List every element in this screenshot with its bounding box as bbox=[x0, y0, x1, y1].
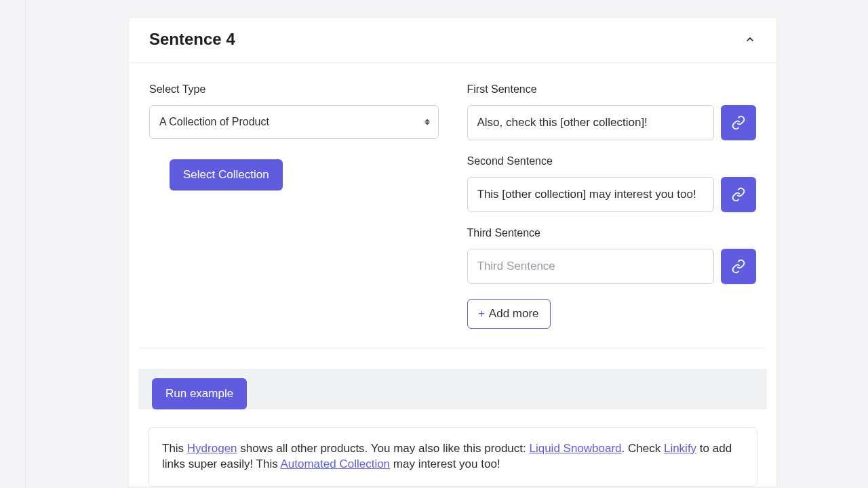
sidebar-divider bbox=[25, 0, 26, 488]
second-sentence-field: Second Sentence bbox=[467, 155, 757, 212]
preview-link-linkify[interactable]: Linkify bbox=[664, 442, 696, 455]
card-body: Select Type A Collection of Product Sele… bbox=[129, 63, 776, 348]
preview-text: . Check bbox=[622, 442, 664, 455]
add-more-button[interactable]: + Add more bbox=[467, 299, 551, 329]
second-sentence-link-button[interactable] bbox=[721, 177, 756, 212]
first-sentence-link-button[interactable] bbox=[721, 105, 756, 140]
select-caret-icon bbox=[425, 119, 430, 125]
select-type-dropdown[interactable]: A Collection of Product bbox=[149, 105, 439, 139]
link-icon bbox=[731, 115, 746, 130]
third-sentence-link-button[interactable] bbox=[721, 249, 756, 284]
first-sentence-field: First Sentence bbox=[467, 83, 757, 140]
sentence-card: Sentence 4 Select Type A Collection of P… bbox=[129, 18, 776, 487]
section-divider bbox=[140, 348, 766, 348]
plus-icon: + bbox=[479, 308, 485, 320]
card-header: Sentence 4 bbox=[129, 18, 776, 63]
third-sentence-field: Third Sentence bbox=[467, 227, 757, 284]
add-more-label: Add more bbox=[489, 307, 539, 321]
preview-link-automated-collection[interactable]: Automated Collection bbox=[280, 458, 390, 470]
preview-text: may interest you too! bbox=[390, 458, 500, 470]
select-type-label: Select Type bbox=[149, 83, 439, 96]
preview-link-hydrogen[interactable]: Hydrogen bbox=[187, 442, 237, 455]
run-example-button[interactable]: Run example bbox=[152, 378, 247, 409]
select-collection-button[interactable]: Select Collection bbox=[170, 159, 283, 190]
preview-link-liquid-snowboard[interactable]: Liquid Snowboard bbox=[529, 442, 621, 455]
first-sentence-input[interactable] bbox=[467, 105, 715, 140]
link-icon bbox=[731, 187, 746, 202]
third-sentence-label: Third Sentence bbox=[467, 227, 757, 239]
left-column: Select Type A Collection of Product Sele… bbox=[149, 83, 439, 329]
select-type-value: A Collection of Product bbox=[159, 116, 269, 128]
card-title: Sentence 4 bbox=[149, 30, 235, 49]
preview-text: This bbox=[162, 442, 187, 455]
chevron-up-icon bbox=[745, 34, 755, 45]
preview-card: This Hydrogen shows all other products. … bbox=[148, 427, 757, 487]
first-sentence-label: First Sentence bbox=[467, 83, 757, 96]
third-sentence-input[interactable] bbox=[467, 249, 715, 284]
link-icon bbox=[731, 259, 746, 274]
collapse-toggle[interactable] bbox=[744, 33, 756, 45]
second-sentence-input[interactable] bbox=[467, 177, 715, 212]
right-column: First Sentence Second Sentence bbox=[467, 83, 757, 329]
preview-text: shows all other products. You may also l… bbox=[237, 442, 530, 455]
second-sentence-label: Second Sentence bbox=[467, 155, 757, 167]
run-example-section: Run example bbox=[138, 369, 767, 409]
